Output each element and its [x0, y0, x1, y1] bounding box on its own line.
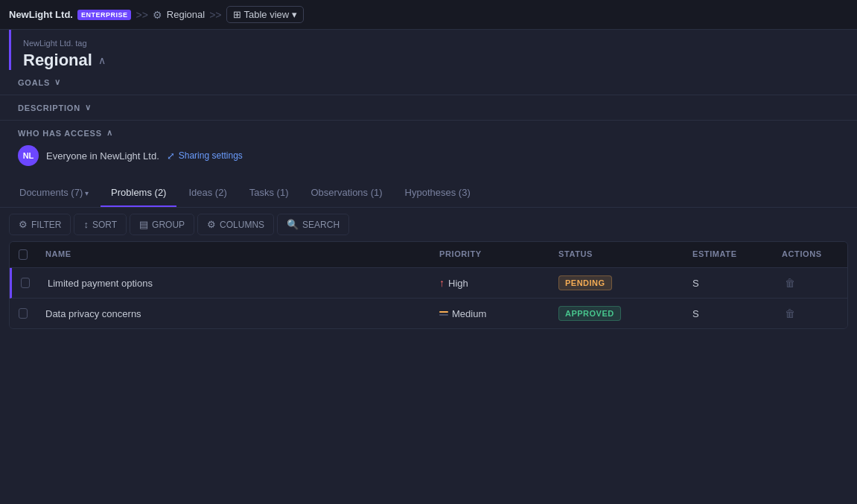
view-dropdown-arrow: ▾ — [292, 9, 297, 20]
group-label: GROUP — [152, 220, 185, 230]
sort-icon: ↕ — [83, 219, 89, 230]
tabs-bar: Documents (7) ▾Problems (2)Ideas (2)Task… — [0, 179, 857, 208]
row-1-actions: 🗑 — [773, 268, 847, 298]
row-1-name[interactable]: Limited payment options — [39, 268, 430, 298]
filter-icon: ⚙ — [19, 219, 28, 230]
checkbox-header[interactable] — [10, 242, 36, 267]
row-1-status: PENDING — [549, 268, 684, 298]
view-switcher[interactable]: ⊞ Table view ▾ — [226, 6, 305, 23]
who-has-access-header[interactable]: WHO HAS ACCESS ∧ — [18, 128, 839, 138]
description-header[interactable]: DESCRIPTION ∨ — [18, 103, 839, 112]
share-icon: ⤢ — [167, 150, 175, 162]
col-header-priority: PRIORITY — [430, 242, 549, 267]
priority-medium-icon — [439, 311, 448, 316]
avatar: NL — [18, 145, 39, 166]
who-has-access-chevron: ∧ — [106, 128, 113, 138]
delete-icon[interactable]: 🗑 — [782, 306, 798, 321]
row-1-checkbox-cell[interactable] — [12, 268, 39, 298]
search-icon: 🔍 — [287, 219, 299, 230]
top-nav: NewLight Ltd. ENTERPRISE >> ⚙ Regional >… — [0, 0, 857, 30]
description-section: DESCRIPTION ∨ — [0, 95, 857, 121]
columns-label: COLUMNS — [220, 220, 264, 230]
who-has-access-section: WHO HAS ACCESS ∧ NL Everyone in NewLight… — [0, 121, 857, 173]
toolbar: ⚙ FILTER ↕ SORT ▤ GROUP ⚙ COLUMNS 🔍 SEAR… — [0, 208, 857, 241]
page-parent-label: NewLight Ltd. tag — [23, 39, 857, 48]
goals-label: GOALS — [18, 78, 50, 87]
tab-documents[interactable]: Documents (7) ▾ — [9, 179, 99, 207]
tab-observations[interactable]: Observations (1) — [301, 179, 393, 207]
nav-brand[interactable]: NewLight Ltd. — [9, 9, 73, 20]
who-has-access-label: WHO HAS ACCESS — [18, 129, 102, 138]
enterprise-badge: ENTERPRISE — [77, 10, 132, 20]
col-header-estimate: ESTIMATE — [684, 242, 773, 267]
sort-label: SORT — [92, 220, 117, 230]
group-button[interactable]: ▤ GROUP — [130, 214, 194, 235]
tab-tasks[interactable]: Tasks (1) — [239, 179, 299, 207]
nav-chevron-1: >> — [136, 9, 147, 21]
row-1-priority-label: High — [448, 278, 468, 289]
description-label: DESCRIPTION — [18, 103, 80, 112]
nav-arrow-2: >> — [209, 9, 221, 21]
priority-high-icon: ↑ — [439, 277, 445, 289]
filter-button[interactable]: ⚙ FILTER — [9, 214, 71, 235]
group-icon: ▤ — [139, 219, 148, 230]
goals-header[interactable]: GOALS ∨ — [18, 77, 839, 87]
tab-problems[interactable]: Problems (2) — [101, 179, 176, 207]
search-button[interactable]: 🔍 SEARCH — [277, 214, 349, 235]
page-title: Regional — [23, 51, 92, 70]
tab-hypotheses[interactable]: Hypotheses (3) — [395, 179, 481, 207]
goals-chevron: ∨ — [54, 77, 61, 87]
sort-button[interactable]: ↕ SORT — [74, 214, 127, 235]
search-label: SEARCH — [302, 220, 340, 230]
view-label: Table view — [244, 9, 290, 20]
page-title-row: Regional ∧ — [23, 51, 857, 70]
row-2-priority-label: Medium — [452, 308, 486, 319]
access-label: Everyone in NewLight Ltd. — [46, 150, 159, 162]
table: NAME PRIORITY STATUS ESTIMATE ACTIONS Li… — [9, 241, 848, 329]
row-1-estimate: S — [684, 268, 773, 298]
sharing-settings-button[interactable]: ⤢ Sharing settings — [167, 150, 243, 162]
gear-icon: ⚙ — [153, 9, 162, 21]
row-2-checkbox-cell[interactable] — [10, 299, 36, 328]
medium-line-bottom — [439, 314, 448, 316]
select-all-checkbox[interactable] — [19, 249, 28, 260]
col-header-name: NAME — [36, 242, 430, 267]
filter-label: FILTER — [31, 220, 61, 230]
row-2-actions: 🗑 — [773, 299, 847, 328]
row-2-checkbox[interactable] — [19, 308, 28, 319]
collapse-button[interactable]: ∧ — [98, 54, 106, 66]
access-row: NL Everyone in NewLight Ltd. ⤢ Sharing s… — [18, 145, 839, 166]
status-badge: APPROVED — [558, 306, 621, 321]
tab-dropdown-arrow: ▾ — [83, 189, 89, 197]
table-row: Data privacy concerns Medium APPROVED S … — [10, 299, 847, 328]
table-header: NAME PRIORITY STATUS ESTIMATE ACTIONS — [10, 242, 847, 268]
row-1-estimate-val: S — [692, 278, 699, 289]
row-1-priority: ↑ High — [430, 268, 549, 298]
col-header-status: STATUS — [549, 242, 684, 267]
row-2-name[interactable]: Data privacy concerns — [36, 299, 430, 328]
description-chevron: ∨ — [85, 103, 92, 112]
row-2-status: APPROVED — [549, 299, 684, 328]
table-row: Limited payment options ↑ High PENDING S… — [10, 268, 847, 299]
nav-page[interactable]: Regional — [167, 9, 205, 20]
delete-icon[interactable]: 🗑 — [782, 275, 798, 290]
columns-button[interactable]: ⚙ COLUMNS — [197, 214, 274, 235]
col-header-actions: ACTIONS — [773, 242, 847, 267]
status-badge: PENDING — [558, 275, 612, 290]
row-1-checkbox[interactable] — [21, 278, 30, 288]
row-2-priority: Medium — [430, 299, 549, 328]
table-icon: ⊞ — [233, 9, 241, 20]
sharing-label: Sharing settings — [179, 150, 243, 161]
row-2-estimate-val: S — [692, 308, 699, 319]
columns-icon: ⚙ — [207, 219, 216, 230]
medium-line-top — [439, 311, 448, 313]
tab-ideas[interactable]: Ideas (2) — [178, 179, 237, 207]
row-2-estimate: S — [684, 299, 773, 328]
goals-section: GOALS ∨ — [0, 70, 857, 95]
